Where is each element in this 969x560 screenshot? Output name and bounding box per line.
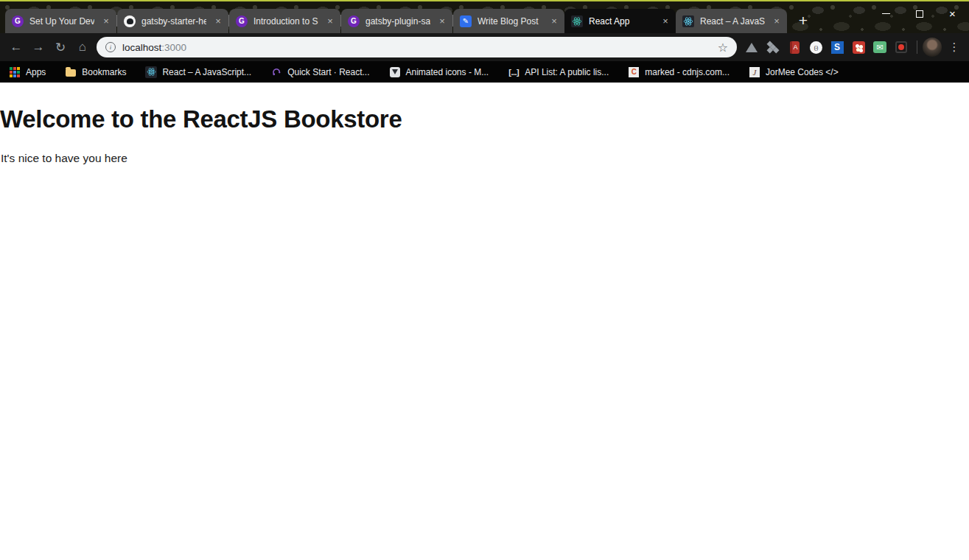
tab-label: React App bbox=[589, 16, 654, 27]
minimize-icon bbox=[882, 13, 890, 15]
feather-pen-icon: ✎ bbox=[460, 15, 472, 27]
screen-recorder-extension-icon[interactable] bbox=[895, 41, 908, 54]
toolbar-separator bbox=[917, 41, 917, 54]
react-atom-icon bbox=[571, 15, 583, 27]
home-button[interactable]: ⌂ bbox=[71, 37, 94, 57]
drive-triangle bbox=[746, 43, 758, 52]
tab-react-javascript[interactable]: React – A JavaSc × bbox=[676, 9, 787, 33]
tab-write-blog-post[interactable]: ✎ Write Blog Post × bbox=[453, 9, 564, 33]
tab-close-icon[interactable]: × bbox=[324, 15, 336, 27]
paw-badge bbox=[853, 41, 865, 54]
forward-button[interactable]: → bbox=[27, 37, 49, 57]
bookmark-marked-cdnjs[interactable]: C marked - cdnjs.com... bbox=[628, 66, 730, 78]
brackets-glyph: [...] bbox=[508, 68, 519, 77]
tab-label: Introduction to S bbox=[253, 16, 318, 27]
gatsby-icon: G bbox=[348, 15, 360, 27]
s-badge: S bbox=[831, 41, 844, 54]
gatsby-icon: G bbox=[12, 15, 24, 27]
shield-icon bbox=[389, 66, 401, 78]
tab-close-icon[interactable]: × bbox=[548, 15, 560, 27]
window-controls: × bbox=[870, 4, 969, 24]
browser-toolbar: ← → ↻ ⌂ i localhost :3000 ☆ A (-) S ✉ ⋮ bbox=[0, 33, 969, 61]
bookmark-quick-start-redux[interactable]: Quick Start · React... bbox=[270, 66, 369, 78]
tab-introduction-to[interactable]: G Introduction to S × bbox=[229, 9, 340, 33]
bookmark-react-javascript[interactable]: React – A JavaScript... bbox=[145, 66, 251, 78]
record-dot-icon bbox=[895, 41, 907, 53]
profile-avatar[interactable] bbox=[923, 38, 942, 57]
folder-icon bbox=[65, 66, 77, 78]
reload-button[interactable]: ↻ bbox=[49, 37, 71, 57]
folder-shape bbox=[66, 69, 76, 77]
page-info-icon[interactable]: i bbox=[105, 42, 116, 52]
dropbox-icon[interactable] bbox=[766, 41, 780, 54]
brackets-icon: [...] bbox=[508, 66, 520, 78]
back-button[interactable]: ← bbox=[5, 37, 27, 57]
browser-menu-icon[interactable]: ⋮ bbox=[945, 38, 964, 57]
bookmark-label: React – A JavaScript... bbox=[162, 67, 251, 77]
page-title: Welcome to the ReactJS Bookstore bbox=[0, 105, 969, 133]
close-window-button[interactable]: × bbox=[936, 4, 969, 24]
bookmark-label: JorMee Codes </> bbox=[766, 67, 839, 77]
url-port: :3000 bbox=[161, 42, 186, 53]
react-atom-icon bbox=[682, 15, 694, 27]
jormee-icon: J bbox=[749, 66, 760, 78]
address-bar[interactable]: i localhost :3000 ☆ bbox=[97, 37, 737, 57]
new-tab-button[interactable]: + bbox=[793, 10, 814, 31]
page-content: Welcome to the ReactJS Bookstore It's ni… bbox=[0, 105, 969, 560]
circle-badge: (-) bbox=[810, 41, 822, 54]
green-mail-extension-icon[interactable]: ✉ bbox=[873, 41, 886, 54]
bookmark-star-icon[interactable]: ☆ bbox=[718, 41, 728, 55]
apps-grid-icon bbox=[9, 66, 21, 78]
cdnjs-icon: C bbox=[628, 66, 640, 78]
red-book: A bbox=[790, 41, 800, 54]
bookmark-label: marked - cdnjs.com... bbox=[645, 67, 730, 77]
redux-icon bbox=[270, 66, 282, 78]
dictionary-book-icon[interactable]: A bbox=[788, 41, 801, 54]
page-subtext: It's nice to have you here bbox=[1, 152, 969, 165]
tab-set-up-your-dev[interactable]: G Set Up Your Deve × bbox=[5, 9, 116, 33]
tab-react-app-active[interactable]: React App × bbox=[564, 9, 676, 33]
j-badge: J bbox=[749, 67, 760, 77]
tab-close-icon[interactable]: × bbox=[212, 15, 224, 27]
bookmark-animated-icons[interactable]: Animated icons - M... bbox=[389, 66, 489, 78]
bookmark-label: Quick Start · React... bbox=[287, 67, 369, 77]
react-atom-icon bbox=[145, 66, 157, 78]
maximize-button[interactable] bbox=[903, 4, 936, 24]
bookmarks-bar: Apps Bookmarks React – A JavaScript... Q… bbox=[0, 61, 969, 83]
bookmark-label: Bookmarks bbox=[82, 67, 126, 77]
shield-shape bbox=[390, 67, 400, 77]
window-titlebar-tabstrip: G Set Up Your Deve × gatsby-starter-he ×… bbox=[0, 0, 969, 33]
c-badge: C bbox=[629, 67, 639, 77]
white-circle-extension-icon[interactable]: (-) bbox=[809, 41, 822, 54]
tab-gatsby-starter[interactable]: gatsby-starter-he × bbox=[117, 9, 228, 33]
blue-s-extension-icon[interactable]: S bbox=[830, 41, 844, 54]
tab-list: G Set Up Your Deve × gatsby-starter-he ×… bbox=[5, 9, 814, 33]
tab-label: Write Blog Post bbox=[477, 16, 542, 27]
tab-label: React – A JavaSc bbox=[700, 16, 765, 27]
maximize-icon bbox=[916, 10, 923, 18]
url-host: localhost bbox=[122, 42, 161, 53]
tab-close-icon[interactable]: × bbox=[771, 15, 783, 27]
bookmark-jormee-codes[interactable]: J JorMee Codes </> bbox=[749, 66, 839, 78]
envelope-icon: ✉ bbox=[873, 41, 886, 53]
tab-close-icon[interactable]: × bbox=[100, 15, 112, 27]
red-paw-extension-icon[interactable] bbox=[852, 41, 865, 54]
tab-close-icon[interactable]: × bbox=[436, 15, 448, 27]
tab-label: gatsby-starter-he bbox=[141, 16, 206, 27]
gatsby-icon: G bbox=[236, 15, 248, 27]
minimize-button[interactable] bbox=[870, 4, 903, 24]
dropbox-diamonds bbox=[770, 44, 776, 50]
tab-label: gatsby-plugin-sa bbox=[365, 16, 430, 27]
google-drive-icon[interactable] bbox=[745, 41, 758, 54]
tab-close-icon[interactable]: × bbox=[660, 15, 671, 27]
bookmark-folder-bookmarks[interactable]: Bookmarks bbox=[65, 66, 126, 78]
bookmark-apps[interactable]: Apps bbox=[9, 66, 46, 78]
tab-label: Set Up Your Deve bbox=[29, 16, 94, 27]
bookmark-label: Apps bbox=[26, 67, 46, 77]
tab-gatsby-plugin[interactable]: G gatsby-plugin-sa × bbox=[341, 9, 452, 33]
extensions-tray: A (-) S ✉ bbox=[745, 41, 908, 54]
bookmark-label: Animated icons - M... bbox=[406, 67, 489, 77]
bookmark-api-list[interactable]: [...] API List: A public lis... bbox=[508, 66, 609, 78]
bookmark-label: API List: A public lis... bbox=[525, 67, 609, 77]
apps-grid bbox=[10, 67, 20, 77]
